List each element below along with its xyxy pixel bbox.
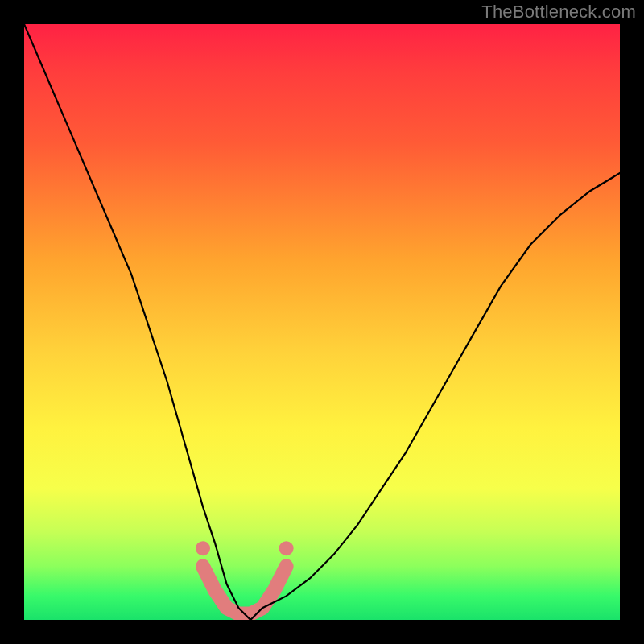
- highlight-dot-right: [279, 541, 294, 555]
- curve-overlay: [24, 24, 620, 620]
- highlight-dot-left: [196, 541, 210, 555]
- chart-frame: TheBottleneck.com: [0, 0, 644, 644]
- watermark-text: TheBottleneck.com: [481, 2, 636, 23]
- bottleneck-curve: [24, 24, 620, 620]
- highlight-band-trace: [203, 566, 287, 613]
